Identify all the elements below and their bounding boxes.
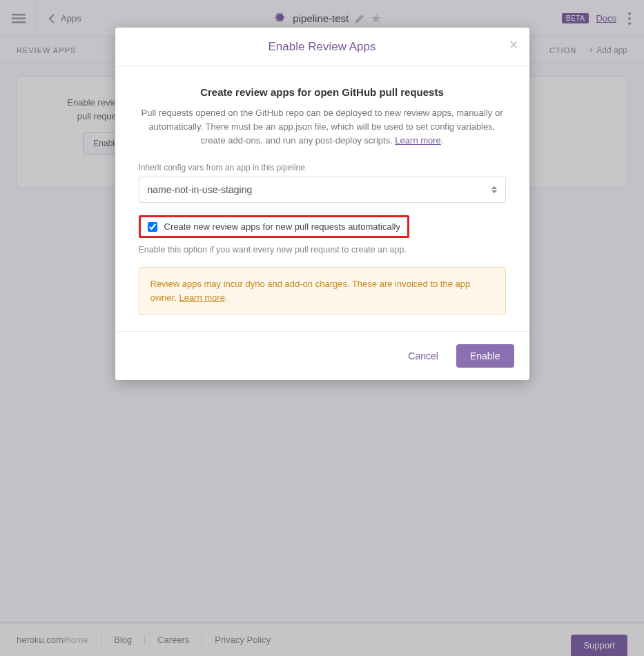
enable-button[interactable]: Enable xyxy=(456,344,514,368)
auto-create-checkbox-label[interactable]: Create new review apps for new pull requ… xyxy=(164,221,401,232)
modal-header: Enable Review Apps × xyxy=(115,28,529,67)
modal-description-text: Pull requests opened on the GitHub repo … xyxy=(142,108,503,146)
modal-body: Create review apps for open GitHub pull … xyxy=(115,67,529,331)
learn-more-link[interactable]: Learn more xyxy=(395,135,440,146)
select-value: name-not-in-use-staging xyxy=(148,184,253,195)
enable-review-apps-modal: Enable Review Apps × Create review apps … xyxy=(115,28,529,380)
modal-description: Pull requests opened on the GitHub repo … xyxy=(139,106,506,148)
modal-footer: Cancel Enable xyxy=(115,331,529,380)
modal-close-button[interactable]: × xyxy=(509,37,518,52)
inherit-label: Inherit config vars from an app in this … xyxy=(139,163,506,172)
checkbox-help-text: Enable this option if you want every new… xyxy=(139,245,506,255)
auto-create-checkbox[interactable] xyxy=(148,222,157,232)
select-caret-icon xyxy=(491,185,498,195)
auto-create-checkbox-row: Create new review apps for new pull requ… xyxy=(139,215,410,238)
modal-heading: Create review apps for open GitHub pull … xyxy=(139,86,506,98)
inherit-app-select[interactable]: name-not-in-use-staging xyxy=(139,177,506,203)
warning-box: Review apps may incur dyno and add-on ch… xyxy=(139,267,506,315)
warning-learn-more-link[interactable]: Learn more xyxy=(179,292,224,303)
cancel-button[interactable]: Cancel xyxy=(400,345,447,367)
modal-title: Enable Review Apps xyxy=(128,40,517,54)
